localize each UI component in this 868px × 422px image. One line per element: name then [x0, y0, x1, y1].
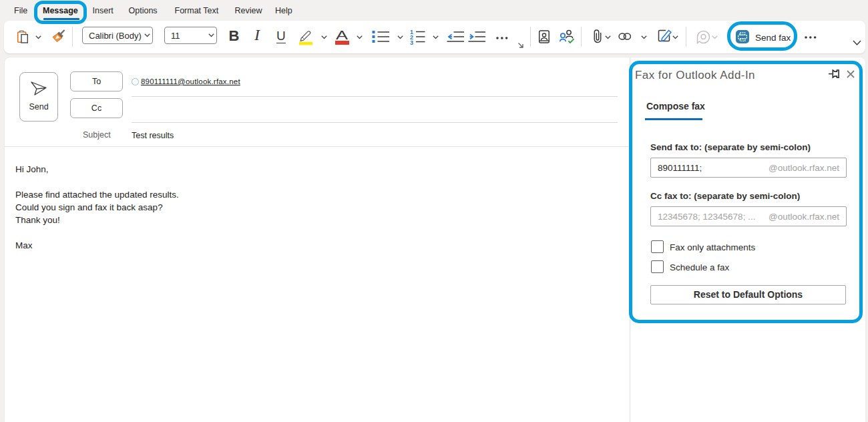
svg-text:3: 3	[410, 39, 413, 45]
